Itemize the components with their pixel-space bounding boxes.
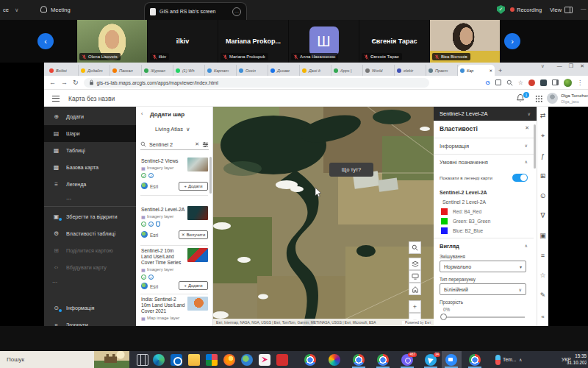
- effects-icon[interactable]: ☆: [539, 272, 545, 279]
- add-layer-button[interactable]: +Додати: [179, 281, 208, 290]
- scroll-right-button[interactable]: ›: [504, 33, 520, 49]
- edge-icon[interactable]: [153, 354, 165, 366]
- search-input[interactable]: Sentinel 2 ✕: [140, 139, 209, 150]
- home-button[interactable]: [409, 283, 421, 295]
- browser-tab[interactable]: Дані д: [300, 65, 331, 76]
- browser-tab[interactable]: elektr: [395, 65, 426, 76]
- office-icon[interactable]: [329, 354, 340, 366]
- clustering-icon[interactable]: ⊙: [540, 192, 546, 199]
- fields-icon[interactable]: ƒ: [541, 152, 545, 160]
- chrome-icon[interactable]: [304, 354, 316, 366]
- resampling-select[interactable]: Білінійний∨: [440, 283, 526, 295]
- layer-result-title[interactable]: India: Sentinel-2 10m Land Use/Land Cove…: [141, 297, 185, 315]
- chevron-down-icon[interactable]: ∨: [541, 63, 545, 69]
- tab-options-icon[interactable]: ···: [232, 7, 241, 16]
- scroll-left-button[interactable]: ‹: [37, 33, 54, 49]
- chevron-up-icon[interactable]: ∧: [525, 243, 528, 248]
- sidebar-more2-button[interactable]: ···: [44, 276, 136, 288]
- map-canvas[interactable]: Що тут? + − Esri, Intermap, NASA, NGA, U…: [213, 107, 434, 326]
- layer-selector-dropdown[interactable]: Sentinel-2 Level-2A∨: [434, 107, 537, 121]
- extension-icon[interactable]: [540, 79, 547, 86]
- chrome-profile-icon[interactable]: [353, 354, 365, 366]
- minimize-icon[interactable]: —: [581, 5, 587, 12]
- participant-tile[interactable]: Євгенія Тарас Євгенія Тарас: [359, 20, 429, 63]
- browser-tab[interactable]: Карпат: [205, 65, 237, 76]
- search-icon[interactable]: [506, 79, 513, 86]
- chrome-profile2-icon[interactable]: [377, 354, 389, 366]
- browser-tab[interactable]: Динам: [268, 65, 300, 76]
- app-launcher-icon[interactable]: [535, 95, 542, 102]
- layer-thumbnail[interactable]: [187, 297, 208, 311]
- reload-icon[interactable]: ↻: [73, 79, 79, 86]
- add-layer-button[interactable]: +Додати: [179, 182, 208, 191]
- viber-icon[interactable]: 467: [401, 354, 413, 366]
- browser-tab[interactable]: Журнал: [142, 65, 173, 76]
- sidebar-item-embed[interactable]: ‹›Вбудувати карту: [44, 259, 136, 276]
- legend-section[interactable]: Умовні позначення: [440, 159, 488, 166]
- security-shield-icon[interactable]: ✓: [497, 5, 505, 14]
- close-panel-icon[interactable]: ✕: [525, 125, 529, 131]
- sidebar-item-add[interactable]: ⊕Додати: [44, 108, 136, 125]
- sidebar-item-legend[interactable]: ≡Легенда: [44, 176, 136, 193]
- search-highlight-image[interactable]: [94, 351, 129, 368]
- participant-tile[interactable]: Olena Lisovets: [77, 20, 147, 63]
- sidebar-icon[interactable]: [552, 79, 559, 85]
- close-icon[interactable]: ✕: [580, 63, 584, 69]
- hamburger-menu-icon[interactable]: [52, 96, 60, 102]
- layer-thumbnail[interactable]: [187, 248, 208, 262]
- appearance-section[interactable]: Вигляд: [440, 243, 459, 250]
- layer-thumbnail[interactable]: [187, 158, 208, 171]
- restore-icon[interactable]: ❒: [569, 63, 573, 69]
- file-explorer-icon[interactable]: [188, 354, 200, 366]
- earth-app-icon[interactable]: [241, 354, 253, 366]
- minimize-icon[interactable]: —: [557, 63, 562, 69]
- mail-app-icon[interactable]: 34: [425, 354, 437, 366]
- outlook-icon[interactable]: [171, 354, 182, 366]
- sketch-icon[interactable]: ⌖: [541, 132, 545, 140]
- information-section[interactable]: Інформація: [440, 143, 469, 149]
- meeting-tab[interactable]: Meeting: [51, 7, 71, 13]
- filter-sliders-icon[interactable]: [202, 141, 209, 148]
- basemap-stack-button[interactable]: [409, 258, 421, 270]
- participant-tile[interactable]: Mariana Prokop... Mariana Prokopuk: [218, 20, 288, 63]
- chrome-profile3-icon[interactable]: [469, 354, 481, 366]
- weather-widget[interactable]: Tem...: [495, 351, 517, 368]
- browser-menu-icon[interactable]: ⋮: [577, 79, 583, 86]
- clock[interactable]: 15:35 31.10.2023: [567, 353, 587, 366]
- map-title[interactable]: Карта без назви: [68, 95, 115, 102]
- layer-source-dropdown[interactable]: Living Atlas ∨: [155, 126, 190, 132]
- back-icon[interactable]: ←: [49, 79, 56, 86]
- legend-toggle[interactable]: [512, 174, 528, 182]
- google-icon[interactable]: [486, 79, 490, 86]
- adblock-extension-icon[interactable]: [528, 79, 535, 86]
- sidebar-item-layers[interactable]: ▤Шари: [44, 125, 136, 142]
- layer-result-title[interactable]: Sentinel-2 10m Land Use/Land Cover Time …: [141, 248, 185, 266]
- browser-tab[interactable]: Вхідні: [47, 65, 79, 76]
- layer-tools-icon[interactable]: ⇄: [540, 112, 546, 119]
- new-tab-button[interactable]: +: [498, 67, 502, 74]
- sidebar-item-properties[interactable]: ⚙Властивості таблиці: [44, 225, 136, 242]
- remove-layer-button[interactable]: ✕Вилучити: [179, 230, 208, 239]
- powered-by-esri[interactable]: Powered by Esri: [402, 321, 431, 325]
- back-chevron-icon[interactable]: ‹: [141, 111, 143, 116]
- browser-tab[interactable]: Оскіл: [237, 65, 268, 76]
- close-tab-icon[interactable]: ✕: [489, 68, 492, 73]
- snipping-tool-icon[interactable]: [259, 354, 270, 366]
- browser-tab[interactable]: (1) Wh: [173, 65, 205, 76]
- panel-scrollbar[interactable]: [534, 124, 536, 169]
- chevron-up-icon[interactable]: ∧: [525, 159, 528, 164]
- forward-icon[interactable]: →: [61, 79, 68, 86]
- tray-chevron-icon[interactable]: ∧: [519, 351, 522, 368]
- workspace-label[interactable]: ce: [3, 7, 9, 13]
- firefox-icon[interactable]: [223, 354, 235, 366]
- browser-profile-avatar[interactable]: [564, 79, 572, 87]
- map-search-button[interactable]: [409, 241, 421, 254]
- panel-scrollbar[interactable]: [209, 157, 212, 194]
- aggregation-icon[interactable]: ⊞: [540, 172, 546, 180]
- chevron-down-icon[interactable]: ∨: [525, 143, 528, 148]
- browser-tab[interactable]: Паскал: [110, 65, 142, 76]
- layer-result-title[interactable]: Sentinel-2 Level-2A: [141, 207, 184, 212]
- transparency-slider-track[interactable]: [442, 316, 525, 318]
- duplicate-icon[interactable]: ▣: [539, 232, 546, 239]
- zoom-app-icon[interactable]: [445, 354, 457, 366]
